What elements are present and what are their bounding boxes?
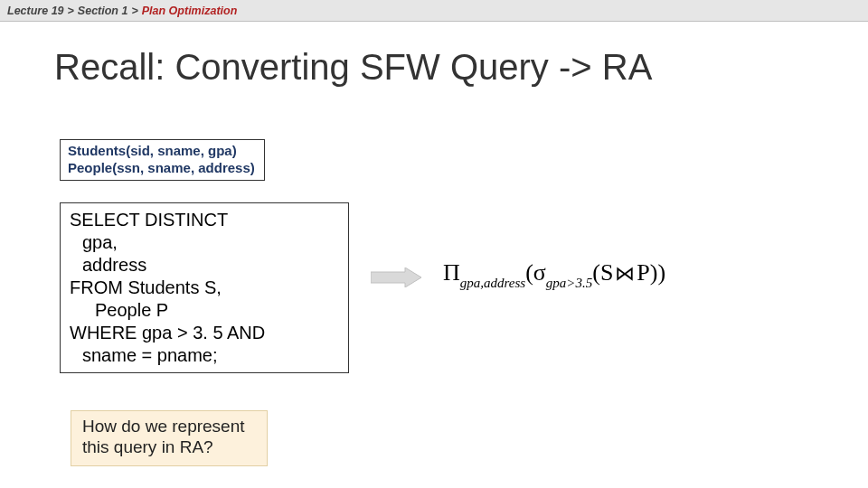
breadcrumb-part-section: Section 1 — [78, 5, 128, 17]
schema-box: Students(sid, sname, gpa) People(ssn, sn… — [60, 139, 265, 181]
ra-rparen: ) — [650, 259, 658, 286]
ra-lparen: ( — [592, 259, 600, 286]
breadcrumb-active: Plan Optimization — [142, 5, 238, 17]
schema-line-students: Students(sid, sname, gpa) — [68, 143, 255, 160]
ra-relation-p: P — [637, 259, 649, 286]
svg-marker-0 — [371, 267, 421, 287]
breadcrumb-part-lecture: Lecture 19 — [7, 5, 64, 17]
ra-relation-s: S — [600, 259, 613, 286]
sql-line: gpa, — [70, 231, 339, 254]
question-callout: How do we represent this query in RA? — [71, 410, 268, 466]
slide-title: Recall: Converting SFW Query -> RA — [54, 47, 652, 88]
ra-sigma-symbol: σ — [533, 259, 546, 286]
breadcrumb: Lecture 19 > Section 1 > Plan Optimizati… — [0, 0, 868, 22]
ra-rparen: ) — [658, 259, 666, 286]
slide-body: Recall: Converting SFW Query -> RA Stude… — [0, 22, 868, 488]
breadcrumb-separator: > — [131, 5, 137, 17]
sql-line: FROM Students S, — [70, 277, 222, 297]
ra-sigma-subscript: gpa>3.5 — [546, 276, 592, 290]
arrow-right-icon — [371, 267, 421, 287]
sql-query-box: SELECT DISTINCT gpa, address FROM Studen… — [60, 202, 349, 373]
sql-line: SELECT DISTINCT — [70, 210, 228, 230]
ra-pi-subscript: gpa,address — [460, 276, 525, 290]
ra-lparen: ( — [525, 259, 533, 286]
sql-line: WHERE gpa > 3. 5 AND — [70, 323, 265, 343]
sql-line: address — [70, 254, 339, 277]
schema-line-people: People(ssn, sname, address) — [68, 160, 255, 177]
ra-pi-symbol: Π — [443, 259, 460, 286]
sql-line: People P — [70, 299, 339, 322]
sql-line: sname = pname; — [70, 344, 339, 367]
ra-expression: Πgpa,address(σgpa>3.5(S⋈P)) — [443, 259, 665, 289]
ra-join-symbol: ⋈ — [613, 262, 637, 285]
breadcrumb-separator: > — [68, 5, 74, 17]
